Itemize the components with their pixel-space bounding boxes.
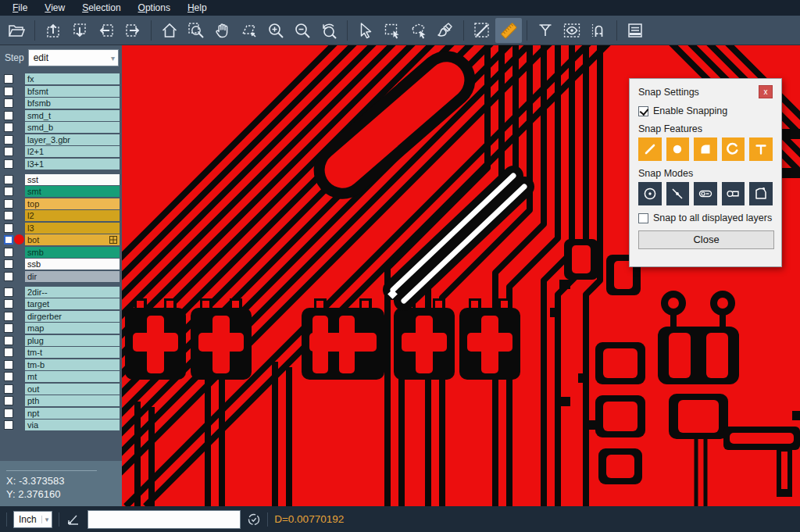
dialog-titlebar[interactable]: Snap Settings x [638, 85, 773, 98]
layer-visibility-checkbox[interactable] [4, 360, 13, 370]
layer-row-l3+1[interactable]: l3+1 [2, 159, 120, 170]
layer-row-ssb[interactable]: ssb [2, 259, 120, 270]
enable-snapping-checkbox[interactable] [638, 106, 648, 116]
snap-magnet-button[interactable] [585, 18, 612, 43]
layer-visibility-checkbox[interactable] [4, 87, 13, 96]
snap-feature-surface-button[interactable] [694, 137, 717, 161]
unit-dropdown[interactable]: Inch ▾ [13, 511, 52, 528]
zoom-out-button[interactable] [289, 18, 316, 43]
layer-visibility-checkbox[interactable] [4, 396, 13, 405]
close-icon[interactable]: x [759, 85, 773, 98]
layer-row-l2+1[interactable]: l2+1 [2, 146, 120, 157]
open-file-button[interactable] [3, 18, 30, 43]
layer-row-target[interactable]: target [2, 298, 120, 309]
pan-right-button[interactable] [120, 18, 146, 43]
filter-button[interactable] [532, 18, 559, 43]
paint-brush-button[interactable] [432, 18, 459, 43]
layer-visibility-checkbox[interactable] [4, 259, 13, 269]
home-view-button[interactable] [156, 18, 183, 43]
layer-name[interactable]: target [25, 298, 120, 309]
snap-feature-arc-button[interactable] [722, 137, 745, 161]
zoom-previous-button[interactable] [316, 18, 342, 43]
layer-name[interactable]: bfsmt [25, 86, 120, 97]
layer-visibility-checkbox[interactable] [4, 287, 13, 297]
layer-visibility-checkbox[interactable] [4, 111, 13, 120]
layer-name[interactable]: ssb [25, 259, 120, 270]
layer-name[interactable]: 2dir-- [25, 287, 120, 298]
layer-name[interactable]: plug [25, 335, 120, 346]
ruler-button[interactable] [495, 18, 522, 43]
zoom-polygon-button[interactable] [236, 18, 262, 43]
layer-visibility-checkbox[interactable] [4, 123, 13, 132]
layer-name[interactable]: sst [25, 174, 120, 185]
layer-name[interactable]: smt [25, 186, 120, 197]
pcb-canvas[interactable]: Snap Settings x Enable Snapping Snap Fea… [122, 45, 800, 506]
layer-name[interactable]: via [25, 420, 120, 430]
layer-visibility-checkbox[interactable] [4, 248, 13, 257]
layer-visibility-checkbox[interactable] [4, 299, 13, 309]
layer-visibility-checkbox[interactable] [4, 323, 13, 333]
layer-name[interactable]: smd_b [25, 122, 120, 133]
snap-mode-contour-button[interactable] [749, 182, 773, 205]
layer-visibility-checkbox[interactable] [4, 235, 13, 245]
layer-name[interactable]: smb [25, 247, 120, 258]
layer-name[interactable]: layer_3.gbr [25, 134, 120, 145]
zoom-window-button[interactable] [183, 18, 209, 43]
layer-name[interactable]: bfsmb [25, 98, 120, 109]
snap-feature-line-button[interactable] [638, 137, 662, 161]
layer-name[interactable]: bot [25, 234, 120, 245]
layer-visibility-checkbox[interactable] [4, 98, 13, 108]
layer-name[interactable]: mt [25, 371, 120, 382]
layer-row-smd_t[interactable]: smd_t [2, 110, 120, 121]
menu-view[interactable]: View [37, 1, 73, 15]
all-layers-checkbox[interactable] [638, 213, 648, 223]
select-rectangle-button[interactable] [379, 18, 405, 43]
snap-mode-intersection-button[interactable] [666, 182, 690, 205]
menu-file[interactable]: File [5, 1, 35, 15]
layer-name[interactable]: map [25, 323, 120, 334]
layer-row-out[interactable]: out [2, 384, 120, 395]
layer-name[interactable]: top [25, 198, 120, 209]
layer-name[interactable]: l2 [25, 210, 120, 221]
menu-selection[interactable]: Selection [74, 1, 128, 15]
layer-row-npt[interactable]: npt [2, 408, 120, 419]
command-input[interactable] [88, 510, 241, 529]
layer-visibility-checkbox[interactable] [4, 159, 13, 169]
layer-name[interactable]: l3 [25, 223, 120, 234]
layer-row-dir[interactable]: dir [2, 271, 120, 282]
snap-mode-center-button[interactable] [638, 182, 662, 205]
layer-name[interactable]: tm-t [25, 347, 120, 358]
layer-row-via[interactable]: via [2, 420, 120, 430]
layer-visibility-checkbox[interactable] [4, 187, 13, 196]
snap-feature-pad-button[interactable] [666, 137, 690, 161]
step-dropdown[interactable]: edit ▾ [28, 49, 119, 66]
layer-row-map[interactable]: map [2, 323, 120, 334]
layer-name[interactable]: l2+1 [25, 146, 120, 157]
layer-visibility-checkbox[interactable] [4, 420, 13, 430]
layer-name[interactable]: fx [25, 73, 120, 84]
layer-visibility-checkbox[interactable] [4, 336, 13, 345]
layer-row-tm-t[interactable]: tm-t [2, 347, 120, 358]
layer-visibility-checkbox[interactable] [4, 199, 13, 209]
layer-row-layer_3.gbr[interactable]: layer_3.gbr [2, 134, 120, 145]
layer-visibility-checkbox[interactable] [4, 135, 13, 145]
layer-visibility-checkbox[interactable] [4, 312, 13, 321]
pan-hand-button[interactable] [209, 18, 236, 43]
layer-row-bfsmt[interactable]: bfsmt [2, 86, 120, 97]
layer-name[interactable]: npt [25, 408, 120, 419]
layer-name[interactable]: out [25, 384, 120, 395]
layer-row-l3[interactable]: l3 [2, 223, 120, 234]
layer-visibility-checkbox[interactable] [4, 147, 13, 156]
layer-visibility-checkbox[interactable] [4, 74, 13, 84]
layer-panel-button[interactable] [622, 18, 648, 43]
snap-mode-pad-end-button[interactable] [722, 182, 745, 205]
layer-name[interactable]: smd_t [25, 110, 120, 121]
layer-row-2dir--[interactable]: 2dir-- [2, 287, 120, 298]
layer-row-mt[interactable]: mt [2, 371, 120, 382]
zoom-in-button[interactable] [262, 18, 289, 43]
close-button[interactable]: Close [638, 230, 774, 249]
layer-visibility-checkbox[interactable] [4, 348, 13, 357]
measure-line-button[interactable] [469, 18, 495, 43]
snap-feature-text-button[interactable] [749, 137, 773, 161]
snap-mode-pad-entire-button[interactable] [694, 182, 717, 205]
